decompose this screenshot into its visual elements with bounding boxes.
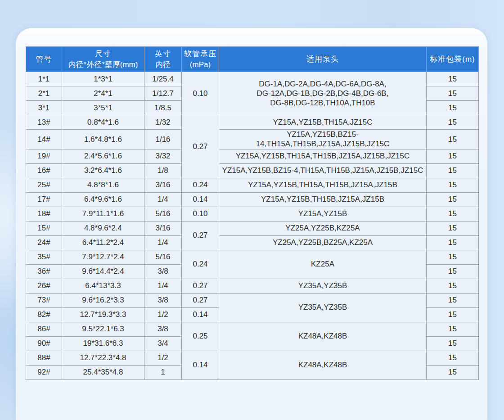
- pack-cell: 15: [427, 221, 479, 235]
- inch-cell: 3/8: [144, 264, 182, 279]
- pack-cell: 15: [427, 264, 479, 279]
- pumps-cell: KZ48A,KZ48B: [219, 322, 427, 351]
- inch-cell: 1/8: [144, 163, 182, 178]
- header-packing: 标准包装(m): [427, 47, 479, 72]
- inch-cell: 1/4: [144, 235, 182, 250]
- size-cell: 2*4*1: [62, 86, 144, 101]
- size-cell: 7.9*12.7*2.4: [62, 250, 144, 264]
- size-cell: 9.6*16.2*3.3: [62, 293, 144, 307]
- pressure-cell: 0.27: [182, 293, 219, 307]
- pressure-cell: 0.27: [182, 221, 219, 250]
- table-row: 15# 4.8*9.6*2.4 3/16 0.27 YZ25A,YZ25B,KZ…: [26, 221, 479, 235]
- size-cell: 1*3*1: [62, 72, 144, 86]
- tube-id-cell: 3*1: [26, 101, 62, 115]
- pumps-cell: YZ15A,YZ15B,TH15A,TH15B,JZ15A,JZ15B,JZ15…: [219, 149, 427, 163]
- tube-id-cell: 2*1: [26, 86, 62, 101]
- size-cell: 2.4*5.6*1.6: [62, 149, 144, 163]
- pressure-cell: 0.14: [182, 307, 219, 322]
- inch-cell: 3/16: [144, 221, 182, 235]
- tube-id-cell: 24#: [26, 235, 62, 250]
- pumps-cell: YZ35A,YZ35B: [219, 279, 427, 293]
- pack-cell: 15: [427, 149, 479, 163]
- size-cell: 12.7*22.3*4.8: [62, 351, 144, 365]
- table-row: 24# 6.4*11.2*2.4 1/4 YZ25A,YZ25B,BZ25A,K…: [26, 235, 479, 250]
- inch-cell: 3/16: [144, 178, 182, 192]
- inch-cell: 1/4: [144, 279, 182, 293]
- pressure-cell: 0.10: [182, 72, 219, 115]
- pack-cell: 15: [427, 351, 479, 365]
- tube-id-cell: 86#: [26, 322, 62, 336]
- content-card: 管号 尺寸内径*外径*壁厚(mm) 英寸内径 软管承压(mPa) 适用泵头 标准…: [16, 28, 487, 420]
- size-cell: 0.8*4*1.6: [62, 115, 144, 130]
- inch-cell: 5/16: [144, 250, 182, 264]
- table-row: 88# 12.7*22.3*4.8 1/2 0.14 KZ48A,KZ48B 1…: [26, 351, 479, 365]
- pack-cell: 15: [427, 336, 479, 351]
- pumps-cell: YZ15A,YZ15B,TH15B,JZ15A,JZ15B: [219, 192, 427, 207]
- table-row: 86# 9.5*22.1*6.3 3/8 0.25 KZ48A,KZ48B 15: [26, 322, 479, 336]
- inch-cell: 5/16: [144, 207, 182, 221]
- header-pressure: 软管承压(mPa): [182, 47, 219, 72]
- pumps-cell: YZ25A,YZ25B,KZ25A: [219, 221, 427, 235]
- header-inch: 英寸内径: [144, 47, 182, 72]
- size-cell: 4.8*8*1.6: [62, 178, 144, 192]
- inch-cell: 1/16: [144, 130, 182, 149]
- pack-cell: 15: [427, 235, 479, 250]
- size-cell: 6.4*11.2*2.4: [62, 235, 144, 250]
- pumps-cell: KZ25A: [219, 250, 427, 279]
- pack-cell: 15: [427, 163, 479, 178]
- size-cell: 9.6*14.4*2.4: [62, 264, 144, 279]
- tubing-spec-table: 管号 尺寸内径*外径*壁厚(mm) 英寸内径 软管承压(mPa) 适用泵头 标准…: [26, 46, 479, 380]
- tube-id-cell: 73#: [26, 293, 62, 307]
- table-row: 13# 0.8*4*1.6 1/32 0.27 YZ15A,YZ15B,TH15…: [26, 115, 479, 130]
- tube-id-cell: 17#: [26, 192, 62, 207]
- size-cell: 7.9*11.1*1.6: [62, 207, 144, 221]
- tube-id-cell: 13#: [26, 115, 62, 130]
- size-cell: 6.4*9.6*1.6: [62, 192, 144, 207]
- size-cell: 19*31.6*6.3: [62, 336, 144, 351]
- header-row: 管号 尺寸内径*外径*壁厚(mm) 英寸内径 软管承压(mPa) 适用泵头 标准…: [26, 47, 479, 72]
- pack-cell: 15: [427, 101, 479, 115]
- pack-cell: 15: [427, 293, 479, 307]
- pumps-cell: YZ15A,YZ15B: [219, 207, 427, 221]
- pack-cell: 15: [427, 279, 479, 293]
- table-row: 19# 2.4*5.6*1.6 3/32 YZ15A,YZ15B,TH15A,T…: [26, 149, 479, 163]
- pressure-cell: 0.27: [182, 279, 219, 293]
- pressure-cell: 0.25: [182, 322, 219, 351]
- pumps-cell: DG-1A,DG-2A,DG-4A,DG-6A,DG-8A, DG-12A,DG…: [219, 72, 427, 115]
- tube-id-cell: 92#: [26, 365, 62, 379]
- size-cell: 25.4*35*4.8: [62, 365, 144, 379]
- tube-id-cell: 25#: [26, 178, 62, 192]
- header-pumps: 适用泵头: [219, 47, 427, 72]
- size-cell: 3*5*1: [62, 101, 144, 115]
- size-cell: 12.7*19.3*3.3: [62, 307, 144, 322]
- size-cell: 1.6*4.8*1.6: [62, 130, 144, 149]
- pack-cell: 15: [427, 72, 479, 86]
- header-pressure-sub: (mPa): [183, 59, 218, 70]
- pumps-cell: YZ15A,YZ15B,TH15A,JZ15C: [219, 115, 427, 130]
- table-row: 16# 3.2*6.4*1.6 1/8 YZ15A,YZ15B,BZ15-4,T…: [26, 163, 479, 178]
- tube-id-cell: 26#: [26, 279, 62, 293]
- pumps-cell: YZ15A,YZ15B,BZ15-14,TH15A,TH15B,JZ15A,JZ…: [219, 130, 427, 149]
- inch-cell: 1/32: [144, 115, 182, 130]
- inch-cell: 1/4: [144, 192, 182, 207]
- pack-cell: 15: [427, 115, 479, 130]
- pack-cell: 15: [427, 130, 479, 149]
- table-header: 管号 尺寸内径*外径*壁厚(mm) 英寸内径 软管承压(mPa) 适用泵头 标准…: [26, 47, 479, 72]
- header-size-sub: 内径*外径*壁厚(mm): [63, 59, 143, 70]
- pack-cell: 15: [427, 250, 479, 264]
- pressure-cell: 0.24: [182, 178, 219, 192]
- pack-cell: 15: [427, 178, 479, 192]
- pack-cell: 15: [427, 86, 479, 101]
- header-inch-title: 英寸: [155, 50, 171, 58]
- tube-id-cell: 36#: [26, 264, 62, 279]
- inch-cell: 3/8: [144, 293, 182, 307]
- tube-id-cell: 18#: [26, 207, 62, 221]
- size-cell: 6.4*13*3.3: [62, 279, 144, 293]
- tube-id-cell: 19#: [26, 149, 62, 163]
- pumps-cell: YZ15A,YZ15B,BZ15-4,TH15A,TH15B,JZ15A,JZ1…: [219, 163, 427, 178]
- tube-id-cell: 14#: [26, 130, 62, 149]
- pumps-cell: YZ15A,YZ15B,TH15A,TH15B,JZ15A,JZ15B: [219, 178, 427, 192]
- pumps-cell: KZ48A,KZ48B: [219, 351, 427, 379]
- pressure-cell: 0.27: [182, 115, 219, 178]
- inch-cell: 1/25.4: [144, 72, 182, 86]
